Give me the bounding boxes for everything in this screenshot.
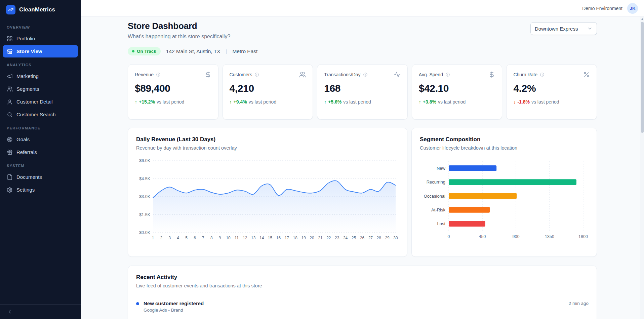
file-icon [7, 174, 13, 180]
sidebar-item-segments[interactable]: Segments [3, 83, 78, 95]
sidebar-section-overview: OVERVIEW [0, 20, 81, 32]
recent-activity-card: Recent Activity Live feed of customer ev… [128, 266, 597, 319]
svg-text:0: 0 [448, 234, 450, 239]
kpi-value: $42.10 [419, 83, 495, 94]
percent-icon [583, 71, 590, 78]
user-icon [7, 99, 13, 105]
activity-dot-icon [136, 302, 139, 305]
svg-text:29: 29 [385, 236, 390, 240]
info-icon[interactable] [445, 72, 450, 77]
kpi-delta-value: +15.2% [139, 99, 155, 105]
sidebar-item-marketing[interactable]: Marketing [3, 70, 78, 82]
status-badge: On Track [128, 47, 161, 55]
svg-text:$0.0K: $0.0K [139, 230, 150, 235]
sidebar-section-analytics: ANALYTICS [0, 58, 81, 70]
kpi-value: 4,210 [230, 83, 306, 94]
svg-text:At-Risk: At-Risk [431, 207, 445, 212]
megaphone-icon [7, 73, 13, 79]
info-icon[interactable] [156, 72, 161, 77]
main-area: Demo Environment JK Store Dashboard What… [81, 0, 644, 319]
gift-icon [7, 149, 13, 155]
status-badge-label: On Track [137, 49, 156, 54]
svg-text:8: 8 [210, 236, 213, 240]
meta-divider: | [226, 48, 227, 54]
sidebar-item-store-view[interactable]: Store View [3, 45, 78, 57]
trending-up-icon [6, 5, 15, 14]
dollar-icon [488, 71, 495, 78]
activity-icon [394, 71, 401, 78]
scrollbar-track[interactable] [640, 17, 644, 319]
sidebar-item-label: Segments [16, 86, 39, 92]
sidebar-item-label: Referrals [16, 149, 37, 155]
sidebar: CleanMetrics OVERVIEW Portfolio Store Vi… [0, 0, 81, 319]
kpi-delta-note: vs last period [438, 99, 466, 105]
svg-text:Occasional: Occasional [424, 194, 445, 199]
svg-text:2: 2 [160, 236, 163, 240]
sidebar-item-customer-detail[interactable]: Customer Detail [3, 95, 78, 108]
svg-text:26: 26 [360, 236, 365, 240]
info-icon[interactable] [254, 72, 259, 77]
sidebar-item-referrals[interactable]: Referrals [3, 146, 78, 158]
svg-text:18: 18 [293, 236, 298, 240]
svg-text:$3.0K: $3.0K [139, 194, 150, 199]
arrow-up-icon: ↑ [135, 99, 137, 105]
environment-label: Demo Environment [582, 6, 622, 11]
kpi-label: Transactions/Day [324, 72, 360, 77]
kpi-card-transactions: Transactions/Day 168 ↑ +5.6% vs last per… [317, 64, 408, 120]
arrow-up-icon: ↑ [419, 99, 421, 105]
svg-text:1350: 1350 [545, 234, 554, 239]
svg-text:Recurring: Recurring [427, 180, 445, 185]
activity-item-body: New customer registered Google Ads - Bra… [144, 301, 204, 313]
svg-text:5: 5 [185, 236, 188, 240]
svg-text:1800: 1800 [578, 234, 588, 239]
page-container: Store Dashboard What's happening at this… [128, 17, 597, 319]
sidebar-section-performance: PERFORMANCE [0, 121, 81, 133]
page-title: Store Dashboard [128, 21, 230, 31]
svg-text:14: 14 [259, 236, 264, 240]
svg-text:28: 28 [377, 236, 381, 240]
sidebar-item-settings[interactable]: Settings [3, 184, 78, 196]
activity-subtitle: Live feed of customer events and transac… [136, 283, 589, 288]
chart-subtitle: Customer lifecycle breakdown at this loc… [420, 145, 589, 151]
activity-item: New customer registered Google Ads - Bra… [136, 296, 589, 317]
page-title-block: Store Dashboard What's happening at this… [128, 21, 230, 40]
sidebar-item-goals[interactable]: Goals [3, 133, 78, 146]
activity-item-title: New customer registered [144, 301, 204, 306]
sidebar-collapse-button[interactable] [7, 309, 13, 315]
sidebar-item-portfolio[interactable]: Portfolio [3, 32, 78, 45]
store-selector-dropdown[interactable]: Downtown Express [530, 22, 597, 35]
svg-text:3: 3 [168, 236, 171, 240]
arrow-up-icon: ↑ [230, 99, 232, 105]
kpi-label: Customers [230, 72, 252, 77]
store-selector-value: Downtown Express [535, 26, 578, 32]
store-icon [7, 48, 13, 54]
sidebar-section-system: SYSTEM [0, 159, 81, 170]
kpi-delta-note: vs last period [343, 99, 371, 105]
svg-text:1: 1 [152, 236, 154, 240]
kpi-value: $89,400 [135, 83, 211, 94]
segment-composition-card: Segment Composition Customer lifecycle b… [411, 128, 597, 257]
scrollbar-thumb[interactable] [641, 22, 644, 133]
sidebar-item-documents[interactable]: Documents [3, 171, 78, 183]
sidebar-item-customer-search[interactable]: Customer Search [3, 108, 78, 121]
info-icon[interactable] [540, 72, 545, 77]
svg-text:11: 11 [235, 236, 239, 240]
scrollbar-up-arrow[interactable] [640, 17, 644, 21]
svg-text:4: 4 [177, 236, 179, 240]
activity-item-subtitle: Google Ads - Brand [144, 308, 204, 313]
svg-text:21: 21 [318, 236, 323, 240]
sidebar-item-label: Customer Detail [16, 99, 53, 105]
activity-title: Recent Activity [136, 274, 589, 281]
kpi-label: Avg. Spend [419, 72, 443, 77]
chart-subtitle: Revenue by day with transaction count ov… [136, 145, 399, 151]
activity-item: High-value transaction 10 min ago [136, 317, 589, 319]
grid-icon [7, 36, 13, 42]
kpi-delta-note: vs last period [249, 99, 276, 105]
svg-text:9: 9 [219, 236, 221, 240]
kpi-section: Revenue $89,400 ↑ +15.2% vs last period … [128, 64, 597, 120]
info-icon[interactable] [363, 72, 368, 77]
svg-text:900: 900 [513, 234, 520, 239]
svg-text:450: 450 [479, 234, 486, 239]
kpi-delta-note: vs last period [157, 99, 184, 105]
user-avatar[interactable]: JK [627, 3, 638, 14]
